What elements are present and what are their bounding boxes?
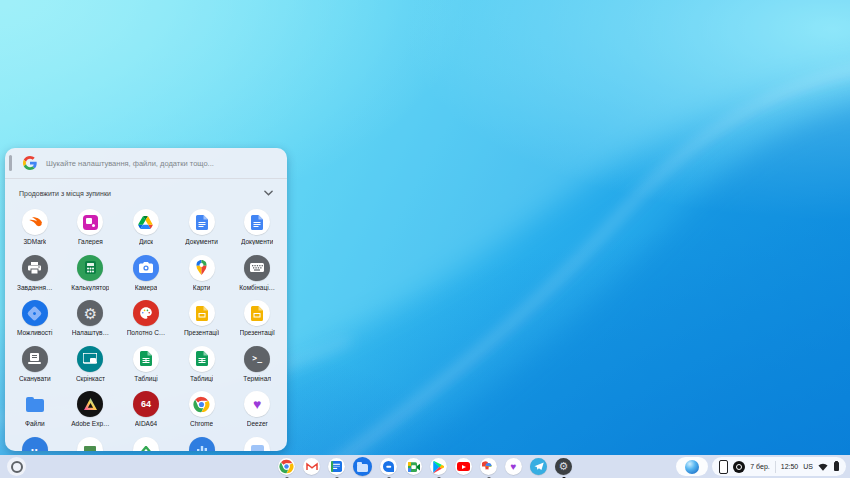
keyboard-icon	[244, 255, 270, 281]
google-logo-icon	[23, 156, 37, 170]
partial-app-icon[interactable]	[77, 437, 103, 452]
gear-icon: ⚙	[77, 300, 103, 326]
app-label: Завдання…	[17, 284, 53, 291]
app-scan[interactable]: Сканувати	[7, 344, 63, 390]
messages-icon[interactable]	[380, 458, 397, 475]
app-chrome[interactable]: Chrome	[174, 389, 230, 435]
focus-indicator	[9, 155, 12, 171]
app-label: Документи	[185, 238, 217, 245]
google-docs-icon	[189, 209, 215, 235]
app-label: Карти	[193, 284, 210, 291]
files-icon[interactable]	[353, 457, 372, 476]
app-adobe-express[interactable]: Adobe Exp…	[63, 389, 119, 435]
gallery-icon	[77, 209, 103, 235]
holding-space-tote[interactable]	[676, 457, 708, 476]
shelf: ♥ ⚙ 7 бер. 12:50 US	[0, 455, 850, 478]
scanner-icon	[22, 346, 48, 372]
app-label: Камера	[135, 284, 158, 291]
continue-section-header[interactable]: Продовжити з місця зупинки	[5, 179, 287, 207]
partial-app-icon[interactable]: ••	[22, 437, 48, 452]
notification-counter-icon[interactable]	[733, 461, 745, 473]
telegram-icon[interactable]	[530, 458, 547, 475]
app-sheets-1[interactable]: Таблиці	[118, 344, 174, 390]
app-label: Презентації	[184, 329, 219, 336]
app-canvas[interactable]: Полотно C…	[118, 298, 174, 344]
app-slides-2[interactable]: Презентації	[229, 298, 285, 344]
app-label: AIDA64	[135, 420, 157, 427]
youtube-icon[interactable]	[455, 458, 472, 475]
gmail-icon[interactable]	[303, 458, 320, 475]
play-store-icon[interactable]	[430, 458, 447, 475]
system-tray[interactable]: 7 бер. 12:50 US	[712, 457, 846, 476]
chrome-icon[interactable]	[278, 458, 295, 475]
explore-icon	[22, 300, 48, 326]
clock-label: 12:50	[781, 463, 799, 470]
app-screencast[interactable]: Скрінкаст	[63, 344, 119, 390]
google-news-icon[interactable]	[328, 458, 345, 475]
app-aida64[interactable]: 64 AIDA64	[118, 389, 174, 435]
app-sheets-2[interactable]: Таблиці	[174, 344, 230, 390]
google-photos-icon[interactable]	[480, 458, 497, 475]
camera-icon	[133, 255, 159, 281]
app-terminal[interactable]: >_ Термінал	[229, 344, 285, 390]
app-label: Таблиці	[190, 375, 213, 382]
app-launcher-panel: Шукайте налаштування, файли, додатки тощ…	[5, 148, 287, 451]
google-maps-icon	[189, 255, 215, 281]
partial-app-icon[interactable]	[244, 437, 270, 452]
google-drive-icon	[133, 209, 159, 235]
launcher-button[interactable]	[7, 457, 26, 476]
input-method-label: US	[803, 463, 813, 470]
printer-icon	[22, 255, 48, 281]
aida64-icon: 64	[133, 391, 159, 417]
app-label: Таблиці	[134, 375, 157, 382]
terminal-icon: >_	[244, 346, 270, 372]
app-label: 3DMark	[23, 238, 46, 245]
app-settings[interactable]: ⚙ Налаштув…	[63, 298, 119, 344]
search-input[interactable]: Шукайте налаштування, файли, додатки тощ…	[46, 159, 214, 168]
app-camera[interactable]: Камера	[118, 253, 174, 299]
holding-space-preview-thumbnail	[685, 460, 699, 474]
phone-hub-icon[interactable]	[719, 460, 728, 474]
continue-section-label: Продовжити з місця зупинки	[19, 190, 111, 197]
deezer-heart-icon: ♥	[244, 391, 270, 417]
app-label: Файли	[25, 420, 45, 427]
chevron-down-icon[interactable]	[264, 190, 273, 196]
app-shortcuts[interactable]: Комбінаці…	[229, 253, 285, 299]
chrome-icon	[189, 391, 215, 417]
palette-icon	[133, 300, 159, 326]
app-label: Презентації	[240, 329, 275, 336]
app-explore[interactable]: Можливості	[7, 298, 63, 344]
app-gallery[interactable]: Галерея	[63, 207, 119, 253]
app-label: Галерея	[78, 238, 103, 245]
app-label: Скрінкаст	[76, 375, 105, 382]
launcher-search-bar[interactable]: Шукайте налаштування, файли, додатки тощ…	[5, 148, 287, 179]
app-docs-1[interactable]: Документи	[174, 207, 230, 253]
app-slides-1[interactable]: Презентації	[174, 298, 230, 344]
partial-app-icon[interactable]	[189, 437, 215, 452]
app-drive[interactable]: Диск	[118, 207, 174, 253]
app-grid-partial-row: ••	[5, 435, 287, 452]
app-label: Калькулятор	[71, 284, 109, 291]
battery-icon	[834, 462, 839, 471]
app-3dmark[interactable]: 3DMark	[7, 207, 63, 253]
files-folder-icon	[22, 391, 48, 417]
settings-gear-icon[interactable]: ⚙	[555, 458, 572, 475]
app-label: Термінал	[243, 375, 271, 382]
app-label: Полотно C…	[127, 329, 166, 336]
app-label: Deezer	[247, 420, 268, 427]
google-meet-icon[interactable]	[405, 458, 422, 475]
3dmark-icon	[22, 209, 48, 235]
screencast-icon	[77, 346, 103, 372]
app-deezer[interactable]: ♥ Deezer	[229, 389, 285, 435]
shelf-apps: ♥ ⚙	[278, 455, 572, 478]
app-label: Adobe Exp…	[71, 420, 109, 427]
app-docs-2[interactable]: Документи	[229, 207, 285, 253]
partial-app-icon[interactable]	[133, 437, 159, 452]
google-sheets-icon	[133, 346, 159, 372]
deezer-heart-icon[interactable]: ♥	[505, 458, 522, 475]
app-calculator[interactable]: Калькулятор	[63, 253, 119, 299]
app-print-jobs[interactable]: Завдання…	[7, 253, 63, 299]
date-label: 7 бер.	[750, 463, 770, 470]
app-maps[interactable]: Карти	[174, 253, 230, 299]
app-files[interactable]: Файли	[7, 389, 63, 435]
